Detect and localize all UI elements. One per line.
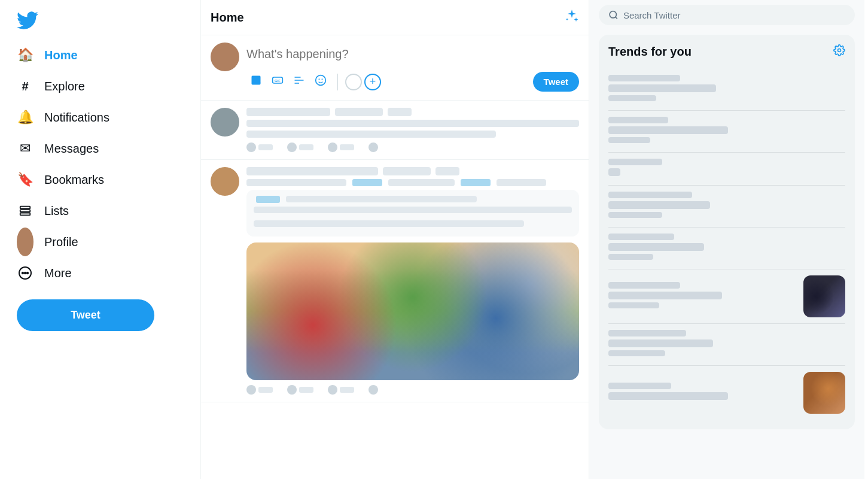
sidebar-item-profile[interactable]: Profile <box>10 228 191 256</box>
tweet-avatar <box>211 167 239 196</box>
trend-name <box>608 339 713 347</box>
svg-point-5 <box>25 272 26 274</box>
feed-header: Home <box>201 0 589 35</box>
tweet-username <box>246 167 378 175</box>
trend-item[interactable] <box>608 186 845 228</box>
explore-icon: # <box>17 78 33 95</box>
retweet-action[interactable] <box>287 143 313 152</box>
sidebar-item-messages[interactable]: ✉ Messages <box>10 134 191 163</box>
retweet-action[interactable] <box>287 385 313 395</box>
emoji-button[interactable] <box>311 71 330 93</box>
trend-thumbnail-image <box>803 372 845 414</box>
trend-count <box>608 137 650 143</box>
tweet-actions <box>246 385 579 395</box>
trend-item[interactable] <box>608 269 845 324</box>
trends-title: Trends for you <box>608 45 692 59</box>
add-to-thread-button[interactable]: + <box>364 74 381 90</box>
retweet-icon <box>287 143 297 152</box>
tweet-content <box>246 167 579 395</box>
tweet-time <box>435 167 459 175</box>
twitter-logo[interactable] <box>10 5 191 38</box>
trend-category <box>608 330 686 336</box>
trend-item[interactable] <box>608 111 845 153</box>
trend-item[interactable] <box>608 228 845 269</box>
quote-highlight <box>256 196 280 203</box>
sidebar: 🏠 Home # Explore 🔔 Notifications ✉ Messa… <box>0 0 200 479</box>
tweet-text <box>246 179 579 186</box>
compose-input[interactable] <box>246 43 579 66</box>
sidebar-item-lists[interactable]: Lists <box>10 196 191 225</box>
search-input[interactable] <box>623 10 845 20</box>
tweet-handle <box>335 108 383 116</box>
trend-name <box>608 168 620 176</box>
reply-action[interactable] <box>246 385 273 395</box>
svg-rect-2 <box>20 213 31 216</box>
sidebar-item-explore[interactable]: # Explore <box>10 72 191 101</box>
svg-text:GIF: GIF <box>275 79 281 83</box>
list-icon <box>17 202 33 219</box>
trend-category <box>608 117 668 123</box>
reply-action[interactable] <box>246 143 273 152</box>
share-action[interactable] <box>368 385 378 395</box>
gif-icon: GIF <box>272 74 284 86</box>
audience-selector[interactable] <box>345 74 362 90</box>
sidebar-item-more[interactable]: More <box>10 259 191 287</box>
tweet-button[interactable]: Tweet <box>17 299 154 331</box>
share-action[interactable] <box>368 143 378 152</box>
sparkle-button[interactable] <box>565 8 579 26</box>
sidebar-item-bookmarks[interactable]: 🔖 Bookmarks <box>10 165 191 194</box>
retweet-count <box>299 144 313 150</box>
trend-category <box>608 75 680 81</box>
retweet-icon <box>287 385 297 395</box>
tweet-line-with-links <box>246 179 579 186</box>
trend-name <box>608 292 722 299</box>
like-action[interactable] <box>328 143 354 152</box>
bookmark-icon: 🔖 <box>17 171 33 188</box>
sidebar-item-more-label: More <box>44 266 72 280</box>
trend-text <box>608 234 845 263</box>
trend-thumbnail-image <box>803 275 845 317</box>
tweet-submit-button[interactable]: Tweet <box>533 72 579 92</box>
sidebar-item-home[interactable]: 🏠 Home <box>10 41 191 69</box>
tweet-time <box>388 108 412 116</box>
image-upload-button[interactable] <box>246 71 266 93</box>
sidebar-item-notifications[interactable]: 🔔 Notifications <box>10 103 191 132</box>
trend-item[interactable] <box>608 324 845 366</box>
trend-name <box>608 392 728 400</box>
trend-name <box>608 243 704 251</box>
trend-item[interactable] <box>608 366 845 420</box>
svg-rect-1 <box>20 210 31 212</box>
trend-count <box>608 350 665 356</box>
compose-box: GIF + <box>201 35 589 101</box>
like-action[interactable] <box>328 385 354 395</box>
image-icon <box>250 74 262 86</box>
compose-toolbar: GIF + <box>246 71 579 93</box>
tweet-link[interactable] <box>461 179 491 186</box>
gear-icon <box>833 44 845 56</box>
tweet-actions <box>246 143 579 152</box>
tweet-username <box>246 108 330 116</box>
tweet-line <box>246 179 346 186</box>
like-count <box>340 387 354 393</box>
trend-category <box>608 159 662 165</box>
search-bar[interactable] <box>599 5 855 25</box>
tweet-link[interactable] <box>352 179 382 186</box>
gif-button[interactable]: GIF <box>268 71 287 93</box>
tweet-line <box>246 131 496 138</box>
poll-button[interactable] <box>290 71 309 93</box>
tweet-line <box>388 179 455 186</box>
trends-settings-button[interactable] <box>833 44 845 59</box>
trend-category <box>608 192 692 198</box>
trend-text <box>608 75 845 104</box>
svg-rect-0 <box>20 207 31 209</box>
tweet-header <box>246 167 579 175</box>
sidebar-item-home-label: Home <box>44 48 78 62</box>
trend-text <box>608 383 796 403</box>
right-sidebar: Trends for you <box>589 0 864 479</box>
search-icon <box>608 10 619 20</box>
trend-item[interactable] <box>608 153 845 186</box>
trend-item[interactable] <box>608 69 845 111</box>
svg-point-11 <box>322 78 323 80</box>
tweet-header <box>246 108 579 116</box>
home-icon: 🏠 <box>17 47 33 63</box>
